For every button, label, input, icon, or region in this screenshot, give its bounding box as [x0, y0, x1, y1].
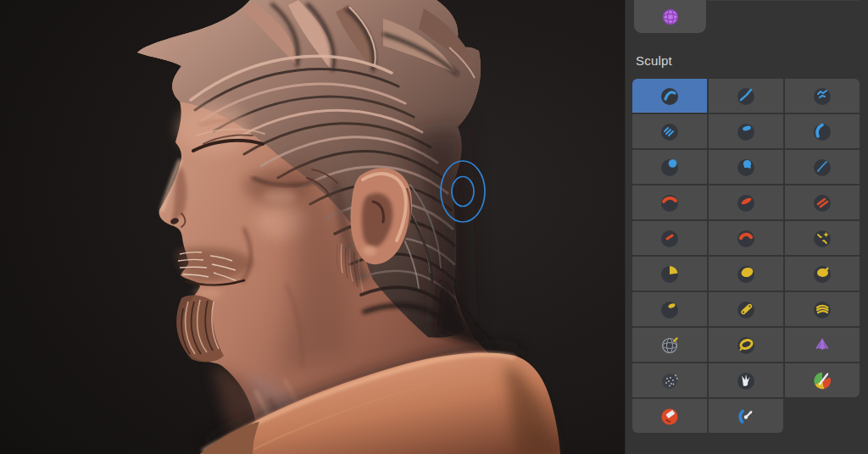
elastic-deform-icon [659, 335, 680, 355]
tool-crease[interactable] [785, 150, 860, 184]
tool-thumb[interactable] [785, 257, 860, 291]
tool-draw-sharp[interactable] [709, 79, 783, 113]
blender-window: Sculpt [0, 0, 868, 454]
tool-smooth[interactable] [632, 185, 707, 219]
tool-panel: Sculpt [625, 0, 868, 454]
tool-multires-displacement-eraser[interactable] [632, 399, 707, 433]
fill-icon [812, 192, 832, 213]
nudge-icon [659, 299, 680, 319]
draw-face-sets-icon [812, 370, 832, 390]
slide-relax-icon [812, 299, 832, 319]
tool-draw[interactable] [632, 79, 707, 113]
snake-hook-icon [736, 263, 756, 284]
clay-icon [812, 86, 832, 106]
draw-icon [659, 86, 680, 106]
tool-clay[interactable] [785, 79, 860, 113]
flatten-icon [736, 192, 756, 213]
grab-icon [659, 263, 680, 284]
tool-multires-displacement-smear[interactable] [709, 399, 783, 433]
shelf-divider [708, 0, 860, 1]
tool-nudge[interactable] [632, 292, 707, 326]
tool-grab[interactable] [632, 257, 707, 291]
pinch-icon [812, 228, 832, 248]
layer-icon [812, 121, 832, 141]
tool-layer[interactable] [785, 114, 860, 148]
tool-elastic-deform[interactable] [632, 328, 707, 362]
sculpt-head-render [0, 0, 625, 454]
tool-snake-hook[interactable] [709, 257, 783, 291]
tool-fill[interactable] [785, 185, 860, 219]
crease-icon [812, 157, 832, 177]
pose-icon [736, 299, 756, 319]
tool-inflate[interactable] [632, 150, 707, 184]
multi-plane-scrape-icon [736, 228, 756, 248]
tool-clay-thumb[interactable] [709, 114, 783, 148]
mode-header: Sculpt [636, 53, 672, 68]
clay-thumb-icon [736, 121, 756, 141]
tool-scrape[interactable] [632, 221, 707, 255]
tool-flatten[interactable] [709, 185, 783, 219]
sculpt-tool-grid [632, 79, 860, 433]
scrape-icon [659, 228, 680, 248]
3d-viewport[interactable] [0, 0, 625, 454]
tool-draw-face-sets[interactable] [785, 363, 860, 397]
rotate-icon [736, 335, 756, 355]
thumb-icon [812, 263, 832, 284]
mask-icon [736, 370, 756, 390]
tool-rotate[interactable] [709, 328, 783, 362]
simplify-icon [659, 370, 680, 390]
tool-simplify[interactable] [632, 363, 707, 397]
draw-sharp-icon [736, 86, 756, 106]
blob-icon [736, 157, 756, 177]
tool-mask[interactable] [709, 363, 783, 397]
tool-pose[interactable] [709, 292, 783, 326]
tool-clay-strips[interactable] [632, 114, 707, 148]
tool-pinch[interactable] [785, 221, 860, 255]
tool-blob[interactable] [709, 150, 783, 184]
sphere-grid-icon [660, 7, 681, 27]
tool-slide-relax[interactable] [785, 292, 860, 326]
clay-strips-icon [659, 121, 680, 141]
multires-displacement-eraser-icon [659, 406, 680, 426]
smooth-icon [659, 192, 680, 213]
cloth-icon [812, 335, 832, 355]
multires-displacement-smear-icon [736, 406, 756, 426]
inflate-icon [659, 157, 680, 177]
brush-asset-cell[interactable] [634, 0, 706, 33]
tool-multi-plane-scrape[interactable] [709, 221, 783, 255]
tool-cloth[interactable] [785, 328, 860, 362]
